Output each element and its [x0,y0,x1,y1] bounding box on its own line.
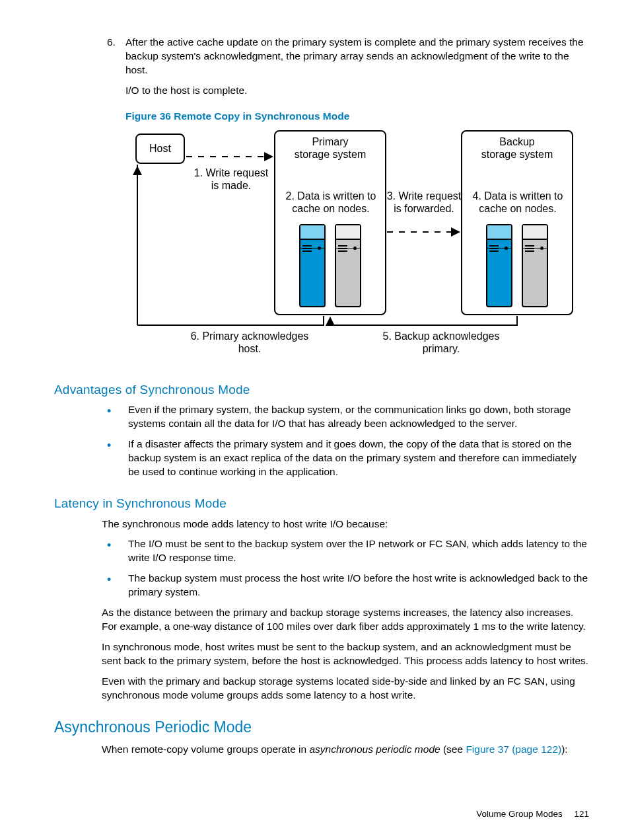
figure-36-diagram: Host Primary storage system Backup stora… [125,130,575,365]
page-footer: Volume Group Modes 121 [476,808,589,820]
latency-para: Even with the primary and backup storage… [102,675,590,703]
async-intro: When remote-copy volume groups operate i… [102,743,590,757]
bullet-item: If a disaster affects the primary system… [102,438,590,479]
async-term: asynchronous periodic mode [309,744,440,755]
server-rack-icon [486,224,512,307]
bullet-item: The backup system must process the host … [102,572,590,599]
annotation-step4: 4. Data is written to cache on nodes. [460,190,576,215]
annotation-step5: 5. Backup acknowledges primary. [368,330,514,355]
numbered-step-list: 6. After the active cache update on the … [54,36,590,365]
step-text-continuation: I/O to the host is complete. [125,84,590,98]
page-number: 121 [574,809,589,819]
server-rack-icon [335,224,361,307]
step-6: 6. After the active cache update on the … [95,36,590,365]
latency-para: As the distance between the primary and … [102,606,590,634]
annotation-step6: 6. Primary acknowledges host. [177,330,322,355]
latency-list: The I/O must be sent to the backup syste… [102,537,590,599]
latency-heading: Latency in Synchronous Mode [54,495,590,512]
annotation-step3: 3. Write request is forwarded. [384,190,464,215]
server-rack-icon [299,224,326,307]
footer-section: Volume Group Modes [476,809,563,819]
bullet-item: Even if the primary system, the backup s… [102,403,590,431]
annotation-step1: 1. Write request is made. [175,167,287,192]
backup-storage-box: Backup storage system [461,130,573,315]
host-box: Host [135,134,185,164]
bullet-item: The I/O must be sent to the backup syste… [102,537,590,565]
advantages-heading: Advantages of Synchronous Mode [54,381,590,399]
async-heading: Asynchronous Periodic Mode [54,717,590,738]
figure-caption: Figure 36 Remote Copy in Synchronous Mod… [125,110,590,124]
step-number: 6. [107,36,116,50]
advantages-list: Even if the primary system, the backup s… [102,403,590,479]
figure-37-xref[interactable]: Figure 37 (page 122) [466,744,561,755]
latency-para: In synchronous mode, host writes must be… [102,640,590,668]
primary-storage-box: Primary storage system [274,130,386,315]
annotation-step2: 2. Data is written to cache on nodes. [273,190,388,215]
step-text: After the active cache update on the pri… [125,36,584,75]
server-rack-icon [522,224,548,307]
latency-intro: The synchronous mode adds latency to hos… [102,517,590,531]
